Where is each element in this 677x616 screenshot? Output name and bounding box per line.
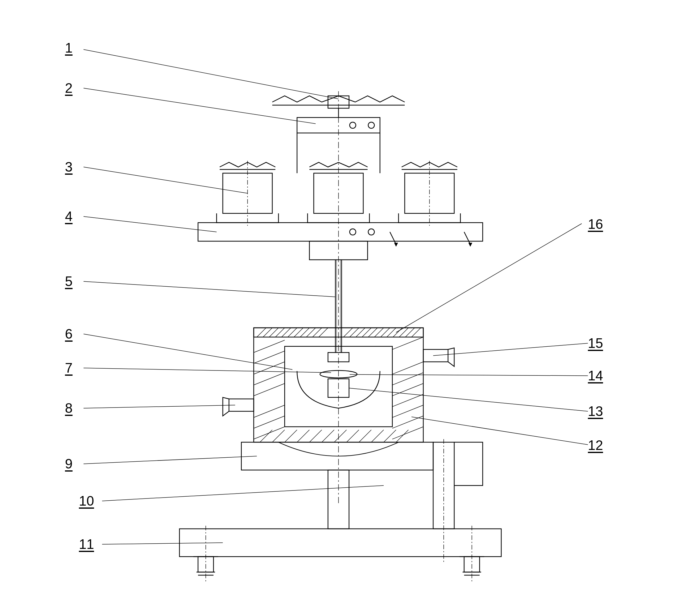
svg-line-98 [84, 334, 292, 370]
label-2: 2 [65, 81, 73, 96]
label-3: 3 [65, 159, 73, 175]
svg-line-60 [392, 362, 423, 374]
svg-line-107 [433, 343, 588, 356]
label-14: 14 [588, 368, 603, 383]
label-10: 10 [79, 493, 94, 509]
label-11: 11 [79, 536, 94, 552]
svg-line-102 [102, 485, 384, 501]
svg-line-61 [392, 373, 423, 385]
svg-line-71 [309, 430, 322, 442]
svg-rect-87 [179, 529, 501, 557]
label-4: 4 [65, 209, 73, 224]
svg-line-63 [392, 394, 423, 407]
svg-line-94 [84, 88, 316, 124]
svg-line-101 [84, 456, 257, 464]
svg-line-77 [384, 430, 396, 442]
svg-line-54 [254, 373, 285, 385]
label-5: 5 [65, 274, 73, 289]
svg-line-105 [349, 388, 588, 411]
label-7: 7 [65, 360, 73, 376]
svg-point-6 [368, 122, 374, 128]
svg-line-69 [285, 430, 297, 442]
label-16: 16 [588, 217, 603, 232]
svg-line-96 [84, 217, 217, 232]
svg-line-52 [254, 351, 285, 363]
svg-line-106 [350, 375, 588, 376]
svg-line-66 [392, 427, 423, 439]
svg-line-64 [392, 405, 423, 418]
svg-line-55 [254, 383, 285, 396]
technical-drawing [0, 0, 677, 616]
svg-line-68 [272, 430, 285, 442]
svg-line-51 [254, 340, 285, 352]
svg-line-59 [392, 337, 423, 349]
label-1: 1 [65, 40, 73, 56]
label-15: 15 [588, 335, 603, 351]
svg-line-57 [254, 416, 285, 428]
label-13: 13 [588, 404, 603, 419]
label-12: 12 [588, 437, 603, 453]
svg-line-97 [84, 281, 335, 297]
label-6: 6 [65, 326, 73, 342]
diagram-container: 1 2 3 4 5 6 7 8 9 10 11 16 15 14 13 12 [0, 0, 677, 616]
svg-line-76 [371, 430, 384, 442]
svg-line-93 [84, 49, 338, 99]
svg-line-72 [322, 430, 334, 442]
svg-line-100 [84, 405, 235, 408]
svg-line-56 [254, 405, 285, 418]
svg-line-104 [411, 417, 588, 445]
svg-point-19 [368, 229, 374, 235]
svg-line-103 [102, 543, 223, 544]
label-9: 9 [65, 456, 73, 472]
svg-line-70 [297, 430, 309, 442]
svg-line-75 [359, 430, 371, 442]
svg-line-74 [347, 430, 359, 442]
svg-point-5 [350, 122, 356, 128]
svg-rect-17 [198, 223, 483, 241]
svg-line-73 [334, 430, 347, 442]
svg-line-99 [84, 368, 331, 373]
svg-line-78 [396, 430, 408, 442]
label-8: 8 [65, 400, 73, 416]
svg-line-108 [396, 224, 582, 332]
svg-point-18 [350, 229, 356, 235]
